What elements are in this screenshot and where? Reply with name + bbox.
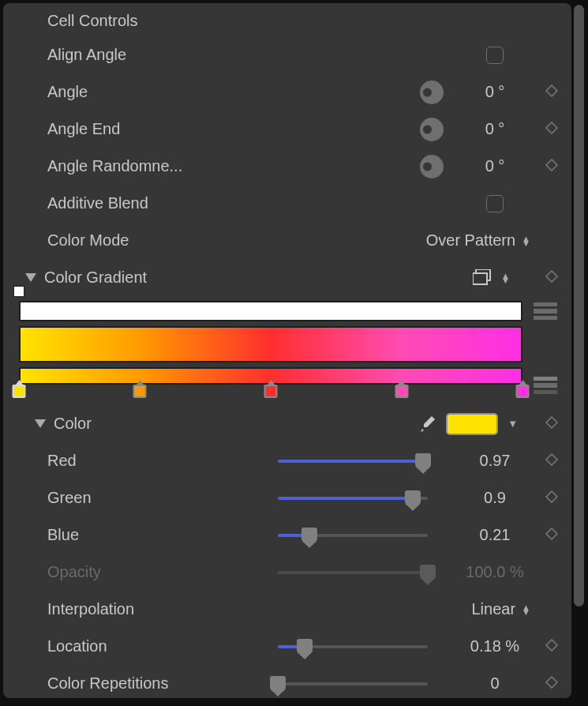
section-title: Cell Controls (47, 12, 137, 30)
align-angle-label: Align Angle (47, 46, 126, 64)
gradient-editor (3, 296, 571, 404)
angle-end-value[interactable]: 0 ° (451, 120, 538, 138)
gradient-preset-popup[interactable]: ▲▼ (473, 269, 515, 287)
additive-blend-label: Additive Blend (47, 194, 148, 212)
angle-label: Angle (47, 83, 88, 101)
row-additive-blend: Additive Blend (3, 185, 571, 222)
angle-dial[interactable] (420, 81, 444, 104)
blue-slider[interactable] (278, 534, 428, 537)
angle-end-dial[interactable] (420, 118, 444, 141)
angle-end-keyframe[interactable] (538, 120, 565, 138)
up-down-icon: ▲▼ (501, 273, 511, 283)
angle-randomness-dial[interactable] (420, 155, 444, 178)
color-spread-icon[interactable] (534, 377, 557, 394)
disclosure-color[interactable] (27, 419, 54, 429)
color-keyframe[interactable] (538, 415, 565, 433)
blue-keyframe[interactable] (538, 526, 565, 544)
color-stop[interactable] (395, 385, 408, 398)
opacity-spread-icon[interactable] (534, 302, 557, 320)
eyedropper-icon[interactable] (418, 415, 436, 434)
location-slider[interactable] (278, 645, 428, 648)
color-gradient-label: Color Gradient (44, 269, 147, 287)
chevron-down-icon[interactable]: ▼ (507, 418, 518, 430)
interp-value: Linear (472, 600, 516, 618)
green-label: Green (47, 489, 92, 507)
gradient-preview (19, 326, 522, 362)
opacity-stop[interactable] (13, 285, 25, 298)
color-stop[interactable] (516, 385, 530, 398)
color-mode-popup[interactable]: Over Pattern ▲▼ (426, 231, 532, 250)
color-stops-row (19, 385, 522, 404)
red-slider[interactable] (278, 460, 428, 463)
colrep-value[interactable]: 0 (451, 674, 538, 693)
angle-randomness-keyframe[interactable] (538, 157, 565, 175)
color-mode-label: Color Mode (47, 231, 129, 250)
row-colrep: Color Repetitions0 (3, 665, 571, 702)
additive-blend-checkbox[interactable] (486, 195, 504, 212)
color-swatch[interactable] (446, 413, 498, 435)
green-keyframe[interactable] (538, 489, 565, 507)
row-align-angle: Align Angle (3, 36, 571, 73)
green-value[interactable]: 0.9 (451, 489, 538, 507)
row-opacity: Opacity100.0 % (3, 554, 571, 591)
colrep-keyframe[interactable] (538, 674, 565, 693)
row-color-gradient: Color Gradient ▲▼ (3, 259, 571, 296)
location-keyframe[interactable] (538, 637, 565, 655)
green-slider[interactable] (278, 497, 428, 500)
red-keyframe[interactable] (538, 452, 565, 470)
color-mode-value: Over Pattern (426, 231, 515, 250)
row-angle: Angle 0 ° (3, 73, 571, 111)
svg-rect-1 (473, 273, 487, 284)
up-down-icon: ▲▼ (522, 236, 532, 246)
blue-label: Blue (47, 526, 79, 544)
row-interp: InterpolationLinear▲▼ (3, 591, 571, 628)
stack-icon (473, 269, 493, 287)
disclosure-color-gradient[interactable] (17, 273, 44, 283)
location-label: Location (47, 637, 107, 655)
opacity-track[interactable] (19, 301, 522, 321)
section-header-cell-controls: Cell Controls (3, 5, 571, 36)
row-green: Green0.9 (3, 479, 571, 516)
angle-randomness-label: Angle Randomne... (47, 157, 182, 175)
row-location: Location0.18 % (3, 628, 571, 665)
angle-keyframe[interactable] (538, 83, 565, 101)
color-stop[interactable] (13, 385, 26, 398)
angle-value[interactable]: 0 ° (451, 83, 538, 101)
align-angle-checkbox[interactable] (486, 47, 504, 64)
row-angle-end: Angle End 0 ° (3, 111, 571, 148)
angle-randomness-value[interactable]: 0 ° (451, 157, 538, 175)
color-stop[interactable] (264, 385, 278, 398)
opacity-value: 100.0 % (451, 563, 538, 581)
row-blue: Blue0.21 (3, 516, 571, 554)
color-gradient-keyframe[interactable] (538, 269, 565, 287)
row-angle-randomness: Angle Randomne... 0 ° (3, 148, 571, 185)
location-value[interactable]: 0.18 % (451, 637, 538, 655)
colrep-label: Color Repetitions (47, 674, 168, 693)
opacity-label: Opacity (47, 563, 101, 581)
colrep-slider[interactable] (278, 682, 428, 685)
interp-label: Interpolation (47, 600, 134, 618)
inspector-panel: Cell Controls Align Angle Angle 0 ° Angl… (3, 3, 571, 698)
row-red: Red0.97 (3, 442, 571, 479)
red-label: Red (47, 452, 77, 470)
interp-popup[interactable]: Linear▲▼ (472, 600, 533, 618)
red-value[interactable]: 0.97 (451, 452, 538, 470)
color-stop[interactable] (133, 385, 147, 398)
scrollbar[interactable] (574, 5, 584, 606)
row-color-mode: Color Mode Over Pattern ▲▼ (3, 222, 571, 259)
opacity-slider (278, 571, 428, 574)
color-label: Color (54, 415, 92, 433)
row-color: Color ▼ (3, 405, 571, 442)
blue-value[interactable]: 0.21 (451, 526, 538, 544)
angle-end-label: Angle End (47, 120, 120, 138)
up-down-icon: ▲▼ (522, 605, 532, 614)
